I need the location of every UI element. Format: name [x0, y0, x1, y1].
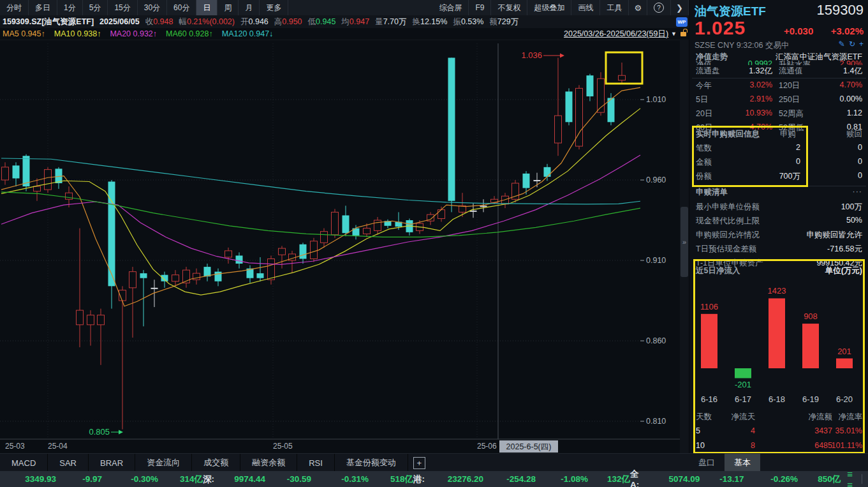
- quote-header-icons: ✎ ↻ +: [839, 40, 864, 49]
- period-tab-月[interactable]: 月: [239, 0, 260, 15]
- flow-bar-date: 6-17: [735, 394, 751, 404]
- subscription-label: 笔数: [696, 143, 712, 154]
- indicator-tab-成交额[interactable]: 成交额: [192, 454, 240, 472]
- indicator-tab-融资余额[interactable]: 融资余额: [240, 454, 297, 472]
- status-index-segment[interactable]: 3349.93-9.97-0.30%314亿: [0, 474, 203, 485]
- price-annotation: 1.036: [521, 50, 542, 60]
- redemption-row: T日预估现金差额-716.58元: [689, 244, 868, 257]
- candle-body: [619, 75, 626, 80]
- period-tab-5分[interactable]: 5分: [83, 0, 108, 15]
- toolbar-item-不复权[interactable]: 不复权: [491, 0, 527, 15]
- chart-svg[interactable]: 1.0100.9600.9100.8600.8101.0360.80525-03…: [0, 40, 680, 453]
- redemption-row: 申购赎回允许情况申购赎回皆允许: [689, 230, 868, 243]
- period-tab-15分[interactable]: 15分: [108, 0, 137, 15]
- subscription-redeem-value: 0: [858, 157, 862, 166]
- subscription-col-redeem: 赎回: [846, 129, 862, 140]
- candle-body: [544, 167, 551, 177]
- status-clock: 09:32:09: [862, 474, 868, 484]
- candle-body: [87, 315, 94, 325]
- field-label: 振: [453, 17, 461, 26]
- period-tab-1分[interactable]: 1分: [57, 0, 83, 15]
- candle-body: [321, 232, 328, 243]
- wp-badge[interactable]: WP: [676, 17, 688, 27]
- candle-body: [23, 156, 30, 186]
- indicator-tab-BRAR[interactable]: BRAR: [89, 454, 135, 472]
- candle-body: [129, 272, 136, 288]
- indicator-tab-基金份额变动[interactable]: 基金份额变动: [335, 454, 408, 472]
- add-indicator-icon[interactable]: +: [413, 457, 425, 469]
- quote-field-低: 低0.945: [308, 17, 336, 27]
- date-range-selector[interactable]: 2025/03/26-2025/06/23(59日)▼: [564, 29, 686, 40]
- lock-icon[interactable]: [680, 32, 686, 36]
- period-tab-30分[interactable]: 30分: [138, 0, 167, 15]
- field-value: 7.70万: [383, 17, 407, 26]
- period-tab-多日[interactable]: 多日: [29, 0, 57, 15]
- status-index-segment[interactable]: 全A:5074.09-13.17-0.26%850亿: [630, 468, 841, 487]
- candle-body: [587, 75, 594, 96]
- menu-lines-icon[interactable]: ≡ ≡: [847, 468, 854, 487]
- stat-label: 250日: [779, 94, 800, 105]
- toolbar-item-工具[interactable]: 工具: [600, 0, 629, 15]
- indicator-tab-RSI[interactable]: RSI: [297, 454, 335, 472]
- ma-line-MA5: [1, 87, 640, 306]
- field-label: 低: [308, 17, 316, 26]
- y-tick-label: 0.810: [646, 417, 666, 426]
- candlestick-chart[interactable]: 1.0100.9600.9100.8600.8101.0360.80525-03…: [0, 40, 680, 453]
- period-tab-60分[interactable]: 60分: [167, 0, 196, 15]
- edit-icon[interactable]: ✎: [839, 40, 845, 49]
- period-tab-分时[interactable]: 分时: [0, 0, 29, 15]
- period-tab-更多[interactable]: 更多: [260, 0, 288, 15]
- candle-body: [268, 258, 275, 280]
- period-tab-周[interactable]: 周: [217, 0, 239, 15]
- status-index-value: 314亿: [158, 474, 203, 485]
- indicator-tab-MACD[interactable]: MACD: [0, 454, 48, 472]
- candle-body: [151, 288, 158, 289]
- toolbar-item-F9[interactable]: F9: [469, 0, 491, 15]
- status-index-value: -1.08%: [536, 474, 588, 484]
- help-icon[interactable]: ?: [647, 0, 671, 15]
- flow-header-cell: 天数: [696, 412, 712, 423]
- candle-body: [523, 174, 530, 188]
- stat-label: 52周高: [779, 109, 804, 119]
- redemption-row: 最小申赎单位份额100万: [689, 202, 868, 214]
- refresh-icon[interactable]: ↻: [849, 40, 855, 49]
- ma-line-MA120: [1, 158, 640, 204]
- chevron-right-icon[interactable]: ❯: [671, 0, 689, 15]
- add-icon[interactable]: +: [859, 40, 864, 49]
- field-value: 0.950: [282, 17, 302, 26]
- flow-cell: 4: [751, 426, 755, 435]
- toolbar-item-超级叠加[interactable]: 超级叠加: [527, 0, 571, 15]
- last-price: 1.025: [695, 17, 746, 39]
- indicator-tab-SAR[interactable]: SAR: [48, 454, 89, 472]
- flow-title: 近5日净流入: [696, 266, 740, 276]
- candle-body: [311, 241, 318, 259]
- stat-label: 5日: [696, 94, 708, 105]
- status-index-label: 深:: [203, 474, 214, 485]
- indicator-tab-资金流向[interactable]: 资金流向: [135, 454, 192, 472]
- subscription-title: 实时申购赎回信息: [696, 129, 760, 140]
- status-index-segment[interactable]: 深:9974.44-30.59-0.31%518亿: [203, 474, 413, 485]
- y-tick-label: 0.860: [646, 336, 666, 345]
- gear-icon[interactable]: ⚙: [629, 0, 647, 15]
- bar-date: 2025/06/05: [99, 17, 140, 26]
- panel-stat-row: 今年3.02%120日4.70%: [689, 80, 868, 93]
- flow-bar-value: 1106: [700, 302, 718, 311]
- toolbar-item-画线[interactable]: 画线: [571, 0, 600, 15]
- candle-body: [257, 273, 264, 278]
- symbol-label: 159309.SZ[油气资源ETF]: [3, 17, 94, 27]
- field-label: 换: [412, 17, 420, 26]
- redemption-title[interactable]: 申赎清单: [696, 187, 728, 198]
- period-tab-日[interactable]: 日: [196, 0, 217, 15]
- redemption-label: T日预估现金差额: [696, 244, 756, 255]
- toolbar-item-综合屏[interactable]: 综合屏: [432, 0, 469, 15]
- more-icon[interactable]: ···: [853, 187, 863, 196]
- status-index-segment[interactable]: 港:23276.20-254.28-1.08%132亿: [413, 474, 630, 485]
- panel-collapse-handle[interactable]: »: [680, 207, 688, 277]
- status-index-value: -254.28: [483, 474, 536, 484]
- ma-legend-MA120: MA120 0.947↓: [222, 29, 274, 38]
- flow-table-header: 天数净流天净流额净流率: [689, 412, 868, 424]
- status-index-value: 850亿: [798, 474, 841, 485]
- candle-body: [45, 170, 52, 190]
- status-index-value: 3349.93: [0, 474, 56, 484]
- trading-app: 分时多日1分5分15分30分60分日周月更多综合屏F9不复权超级叠加画线工具⚙?…: [0, 0, 868, 487]
